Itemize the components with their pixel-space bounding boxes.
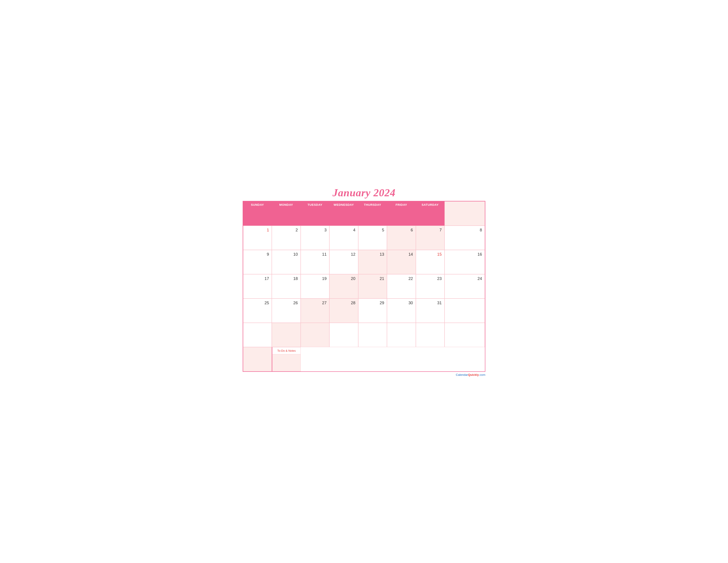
- notes-column: To-Do & Notes: [272, 347, 300, 371]
- day-number: 18: [274, 276, 298, 282]
- day-header-wednesday: WEDNESDAY: [329, 201, 358, 226]
- day-number: 24: [447, 276, 483, 282]
- day-header-saturday: SATURDAY: [416, 201, 445, 226]
- day-cell-week2-day4[interactable]: 18: [272, 274, 300, 299]
- day-cell-week2-day0[interactable]: 14: [387, 250, 416, 274]
- day-number: 15: [418, 251, 443, 257]
- day-cell-week2-day6[interactable]: 20: [329, 274, 358, 299]
- day-number: 14: [389, 251, 414, 257]
- day-number: 17: [245, 276, 270, 282]
- day-number: 25: [245, 300, 270, 306]
- calendar-grid: SUNDAYMONDAYTUESDAYWEDNESDAYTHURSDAYFRID…: [243, 201, 485, 372]
- day-number: 3: [303, 227, 327, 233]
- day-header-tuesday: TUESDAY: [301, 201, 329, 226]
- day-cell-week0-day6[interactable]: 6: [387, 226, 416, 250]
- day-number: 30: [389, 300, 414, 306]
- day-cell-week2-day1[interactable]: 15: [416, 250, 445, 274]
- day-cell-week1-day2[interactable]: 9: [243, 250, 272, 274]
- day-header-sunday: SUNDAY: [243, 201, 272, 226]
- day-number: 9: [245, 251, 270, 257]
- day-number: 31: [418, 300, 443, 306]
- day-number: 16: [447, 251, 483, 257]
- day-cell-week3-day1[interactable]: 22: [387, 274, 416, 299]
- day-cell-week3-day0[interactable]: 21: [358, 274, 387, 299]
- day-number: 21: [360, 276, 385, 282]
- day-number: 23: [418, 276, 443, 282]
- day-number: 10: [274, 251, 298, 257]
- day-number: 11: [303, 251, 327, 257]
- day-number: 26: [274, 300, 298, 306]
- day-cell-week3-day3[interactable]: 24: [445, 274, 485, 299]
- day-number: 4: [331, 227, 356, 233]
- branding-calendar: Calendar: [456, 373, 468, 377]
- calendar-container: January 2024 SUNDAYMONDAYTUESDAYWEDNESDA…: [243, 186, 485, 377]
- day-header-thursday: THURSDAY: [358, 201, 387, 226]
- day-cell-week4-day1[interactable]: 29: [358, 299, 387, 323]
- day-header-monday: MONDAY: [272, 201, 300, 226]
- day-number: 19: [303, 276, 327, 282]
- day-cell-week1-day1[interactable]: 8: [445, 226, 485, 250]
- day-cell-week4-day0[interactable]: 28: [329, 299, 358, 323]
- day-cell-week2-day3[interactable]: 17: [243, 274, 272, 299]
- day-cell-week1-day5[interactable]: 12: [329, 250, 358, 274]
- day-cell-week1-day0[interactable]: 7: [416, 226, 445, 250]
- day-cell-week0-day3[interactable]: 3: [301, 226, 329, 250]
- day-number: 27: [303, 300, 327, 306]
- day-number: 29: [360, 300, 385, 306]
- day-number: 6: [389, 227, 414, 233]
- day-header-friday: FRIDAY: [387, 201, 416, 226]
- day-cell-week5-day5[interactable]: [445, 323, 485, 347]
- day-number: 5: [360, 227, 385, 233]
- day-cell-week3-day4[interactable]: 25: [243, 299, 272, 323]
- branding: CalendarQuickly.com: [243, 373, 485, 377]
- day-cell-week1-day3[interactable]: 10: [272, 250, 300, 274]
- day-cell-week5-day4[interactable]: [416, 323, 445, 347]
- day-cell-week0-day0[interactable]: [445, 201, 485, 226]
- day-cell-week5-day1[interactable]: [329, 323, 358, 347]
- day-cell-week2-day2[interactable]: 16: [445, 250, 485, 274]
- day-cell-week4-day6[interactable]: [272, 323, 300, 347]
- day-cell-week3-day5[interactable]: 26: [272, 299, 300, 323]
- day-cell-week5-day3[interactable]: [387, 323, 416, 347]
- day-cell-week2-day5[interactable]: 19: [301, 274, 329, 299]
- day-cell-week0-day5[interactable]: 5: [358, 226, 387, 250]
- day-cell-week4-day2[interactable]: 30: [387, 299, 416, 323]
- day-cell-week5-day6[interactable]: [243, 347, 272, 371]
- day-number: 8: [447, 227, 483, 233]
- day-number: 13: [360, 251, 385, 257]
- day-cell-week1-day6[interactable]: 13: [358, 250, 387, 274]
- branding-com: .com: [479, 373, 485, 377]
- day-cell-week1-day4[interactable]: 11: [301, 250, 329, 274]
- day-cell-week4-day5[interactable]: [243, 323, 272, 347]
- day-number: 20: [331, 276, 356, 282]
- day-number: 22: [389, 276, 414, 282]
- day-cell-week4-day3[interactable]: 31: [416, 299, 445, 323]
- day-number: 12: [331, 251, 356, 257]
- day-number: 1: [245, 227, 270, 233]
- day-cell-week3-day6[interactable]: 27: [301, 299, 329, 323]
- day-number: 28: [331, 300, 356, 306]
- notes-header: To-Do & Notes: [272, 347, 300, 354]
- day-number: 2: [274, 227, 298, 233]
- day-cell-week5-day0[interactable]: [301, 323, 329, 347]
- day-cell-week0-day4[interactable]: 4: [329, 226, 358, 250]
- day-cell-week0-day2[interactable]: 2: [272, 226, 300, 250]
- day-cell-week0-day1[interactable]: 1: [243, 226, 272, 250]
- branding-quickly: Quickly: [468, 373, 479, 377]
- day-cell-week3-day2[interactable]: 23: [416, 274, 445, 299]
- notes-body[interactable]: [272, 354, 300, 371]
- day-cell-week4-day4[interactable]: [445, 299, 485, 323]
- day-cell-week5-day2[interactable]: [358, 323, 387, 347]
- day-number: 7: [418, 227, 443, 233]
- calendar-title: January 2024: [243, 186, 485, 199]
